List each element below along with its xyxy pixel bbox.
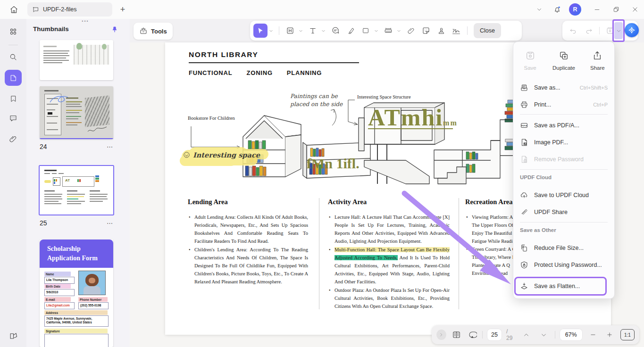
measure-tool-dropdown[interactable] — [396, 24, 401, 38]
form-title-line1: Scholarship — [47, 245, 81, 253]
toolbox-icon — [139, 27, 148, 35]
page-thumbnail-25-selected[interactable]: AT — [39, 165, 114, 215]
reader-mode-icon — [9, 331, 18, 340]
sidebar-item-thumbnails[interactable] — [5, 70, 22, 86]
share-icon — [592, 50, 602, 61]
menu-item-reduce-file-size[interactable]: Reduce File Size... — [516, 240, 611, 256]
sidebar-item-comments[interactable] — [5, 110, 22, 126]
menu-section-updf-cloud: UPDF Cloud — [520, 174, 552, 180]
page-number-input[interactable]: 25 — [487, 329, 502, 341]
home-button[interactable] — [7, 3, 21, 16]
form-name-value: Lila Thompson — [44, 277, 75, 284]
measure-tool[interactable] — [381, 24, 395, 38]
menu-duplicate-action[interactable]: Duplicate — [549, 47, 579, 71]
pin-panel-button[interactable] — [109, 25, 120, 35]
highlighter-tool[interactable] — [343, 24, 358, 38]
image-pdf-icon — [520, 138, 528, 147]
statusbar-expand-button[interactable] — [436, 330, 446, 340]
sidebar-item-reader-mode[interactable] — [5, 328, 22, 344]
undo-button[interactable] — [567, 27, 578, 35]
minimize-button[interactable] — [591, 4, 603, 15]
page-thumbnail-23[interactable] — [40, 40, 113, 80]
page-thumbnail-26[interactable]: Scholarship Application Form Name Lila T… — [40, 240, 113, 347]
menu-item-print[interactable]: Print...Ctrl+P — [516, 97, 611, 113]
chevron-down-icon — [321, 29, 326, 33]
menu-item-updf-share[interactable]: UPDF Share — [516, 204, 611, 220]
heading-tool[interactable] — [283, 24, 297, 38]
sidebar-item-attachments[interactable] — [5, 131, 22, 147]
link-share-icon — [520, 208, 528, 216]
attachment-tool[interactable] — [404, 24, 418, 38]
page-25-more-button[interactable]: ⋯ — [107, 220, 113, 227]
menu-item-image-pdf[interactable]: Image PDF... — [516, 134, 611, 150]
form-email-value: Lila@gmail.com — [44, 302, 75, 309]
zoom-out-button[interactable] — [587, 331, 599, 338]
zoom-in-button[interactable] — [603, 331, 616, 338]
ai-assistant-button[interactable] — [625, 23, 639, 37]
grid-icon — [9, 27, 17, 36]
tools-button[interactable]: Tools — [134, 23, 173, 40]
undo-icon — [569, 27, 577, 35]
menu-item-save-to-cloud[interactable]: Save to UPDF Cloud — [516, 187, 611, 203]
page-thumbnail-24[interactable] — [40, 86, 113, 139]
sidebar-item-grid[interactable] — [5, 24, 22, 40]
menu-item-save-as[interactable]: Save as...Ctrl+Shift+S — [516, 80, 611, 96]
save-dropdown-button[interactable] — [614, 26, 623, 35]
highlighter-icon — [347, 27, 355, 35]
text-tool-dropdown[interactable] — [320, 24, 326, 38]
doc-title-rule — [189, 62, 359, 63]
page-layout-button[interactable] — [451, 330, 462, 339]
bookmark-icon — [9, 95, 17, 103]
menu-share-action[interactable]: Share — [582, 47, 612, 71]
thumbnails-panel: ••• Thumbnails 23 ⋯ — [26, 19, 130, 347]
minimize-icon — [594, 7, 600, 13]
document-tab[interactable]: UPDF-2-files — [27, 2, 112, 17]
sidebar-item-search[interactable] — [5, 49, 22, 65]
close-window-button[interactable] — [629, 4, 641, 15]
actual-size-button[interactable]: 1:1 — [620, 329, 635, 340]
select-tool[interactable] — [253, 24, 268, 38]
notification-dot — [558, 7, 560, 8]
presentation-button[interactable] — [466, 330, 478, 339]
restore-button[interactable] — [610, 4, 622, 15]
zoom-level-input[interactable]: 67% — [560, 329, 583, 341]
form-phone-label: Phone Number — [78, 297, 108, 302]
page-thumbnails-icon — [9, 74, 17, 82]
avatar[interactable]: R — [569, 3, 581, 16]
stamp-tool[interactable] — [434, 24, 448, 38]
notifications-button[interactable] — [551, 4, 563, 15]
sidebar-item-bookmarks[interactable] — [5, 91, 22, 107]
minus-icon — [590, 331, 596, 338]
chevron-up-icon — [523, 332, 529, 338]
tabs-dropdown-button[interactable] — [533, 4, 545, 15]
chevron-down-icon — [397, 29, 401, 33]
menu-item-save-as-pdfa[interactable]: PDF/A Save as PDF/A... — [516, 117, 611, 133]
menu-item-protect-password[interactable]: Protect Using Password... — [516, 257, 611, 273]
next-page-button[interactable] — [537, 332, 550, 338]
menu-save-action[interactable]: Save — [515, 47, 545, 71]
select-tool-dropdown[interactable] — [268, 24, 274, 38]
previous-page-button[interactable] — [519, 332, 533, 338]
recreation-area-heading: Recreation Area — [465, 198, 513, 206]
comment-bubble-icon — [331, 26, 340, 35]
shape-tool[interactable] — [359, 24, 373, 38]
page-24-more-button[interactable]: ⋯ — [107, 143, 113, 150]
shield-lock-icon — [520, 261, 528, 269]
chevron-right-icon — [439, 332, 443, 337]
rectangle-icon — [362, 27, 369, 34]
redo-button[interactable] — [583, 27, 594, 35]
close-tools-button[interactable]: Close — [474, 23, 501, 38]
heading-tool-dropdown[interactable] — [298, 24, 303, 38]
library-sketch-illustration — [179, 90, 531, 192]
comment-tool[interactable] — [328, 24, 343, 38]
signature-tool[interactable] — [449, 24, 463, 38]
sticker-tool[interactable] — [419, 24, 433, 38]
text-tool[interactable] — [306, 24, 320, 38]
search-icon — [9, 53, 17, 61]
panel-drag-handle[interactable]: ••• — [71, 19, 100, 24]
tools-button-label: Tools — [151, 28, 167, 35]
shape-tool-dropdown[interactable] — [373, 24, 379, 38]
new-tab-button[interactable]: + — [117, 4, 128, 15]
menu-item-remove-password[interactable]: Remove Password — [516, 151, 611, 167]
restore-icon — [613, 6, 619, 13]
